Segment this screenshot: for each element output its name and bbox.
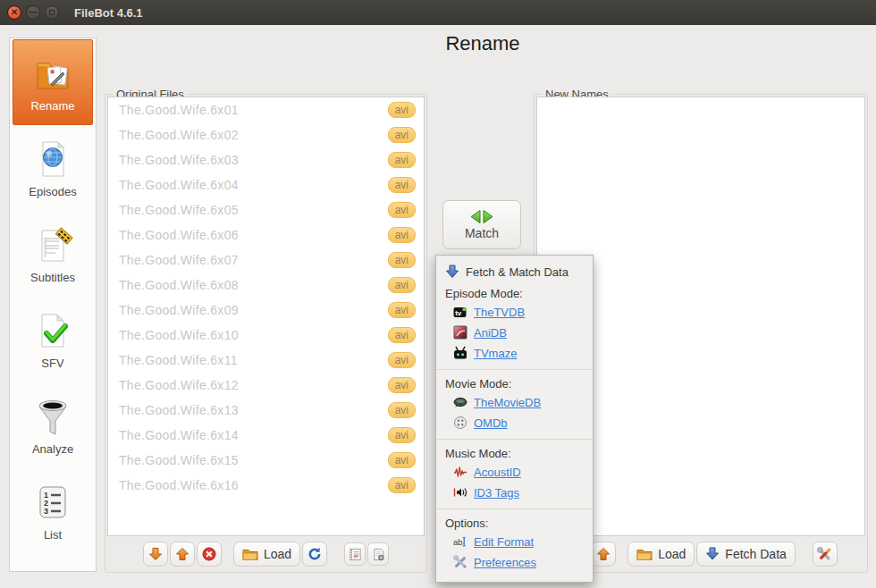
sidebar-item-subtitles[interactable]: Subtitles (13, 211, 93, 297)
acoustid-link[interactable]: AcoustID (474, 466, 521, 479)
sidebar-item-episodes[interactable]: Episodes (13, 125, 93, 211)
move-up-button[interactable] (170, 542, 195, 567)
validate-button[interactable] (367, 542, 389, 566)
file-extension-badge: avi (388, 202, 416, 218)
omdb-icon (453, 416, 467, 430)
file-row[interactable]: The.Good.Wife.6x16avi (108, 473, 424, 498)
original-files-toolbar: Load (105, 536, 426, 572)
file-row[interactable]: The.Good.Wife.6x04avi (108, 172, 424, 197)
document-gear-icon (372, 548, 385, 561)
load-files-button[interactable]: Load (233, 542, 300, 567)
menu-item-edit-format[interactable]: ab Edit Format (436, 532, 593, 552)
move-down-button[interactable] (143, 542, 168, 567)
id3-speaker-icon (453, 485, 467, 500)
notebook-icon (349, 548, 362, 561)
edit-format-link[interactable]: Edit Format (474, 535, 534, 549)
file-row[interactable]: The.Good.Wife.6x09avi (108, 298, 424, 323)
file-row[interactable]: The.Good.Wife.6x02avi (108, 122, 424, 147)
sidebar-item-list[interactable]: 1 2 3 List (13, 468, 93, 554)
tools-icon (817, 547, 832, 562)
sidebar: Rename Episodes Subtitles (9, 38, 97, 572)
file-row[interactable]: The.Good.Wife.6x11avi (108, 348, 424, 373)
file-row[interactable]: The.Good.Wife.6x10avi (108, 323, 424, 348)
acoustid-waveform-icon (453, 465, 467, 479)
remove-cross-icon (202, 547, 216, 561)
file-name: The.Good.Wife.6x11 (119, 353, 388, 367)
file-row[interactable]: The.Good.Wife.6x07avi (108, 248, 424, 273)
sfv-checkmark-icon (31, 309, 74, 352)
file-row[interactable]: The.Good.Wife.6x15avi (108, 448, 424, 473)
file-row[interactable]: The.Good.Wife.6x05avi (108, 197, 424, 223)
menu-item-tvmaze[interactable]: TVmaze (436, 343, 593, 364)
sidebar-item-analyze[interactable]: Analyze (13, 382, 93, 468)
fetch-data-button[interactable]: Fetch Data (696, 542, 795, 567)
load-names-label: Load (658, 547, 686, 561)
file-row[interactable]: The.Good.Wife.6x06avi (108, 223, 424, 248)
sidebar-item-label: Episodes (29, 185, 76, 198)
file-row[interactable]: The.Good.Wife.6x01avi (108, 97, 424, 122)
analyze-funnel-icon (31, 395, 74, 438)
menu-item-id3-tags[interactable]: ID3 Tags (436, 483, 593, 503)
file-name: The.Good.Wife.6x04 (119, 178, 388, 192)
refresh-button[interactable] (302, 542, 327, 567)
file-name: The.Good.Wife.6x08 (119, 278, 388, 292)
maximize-icon (49, 10, 55, 15)
sidebar-item-label: SFV (41, 357, 63, 370)
fetch-data-label: Fetch Data (725, 547, 786, 561)
window-close-button[interactable]: ✕ (7, 5, 21, 20)
menu-separator (437, 369, 592, 370)
anidb-link[interactable]: AniDB (474, 326, 507, 340)
menu-item-acoustid[interactable]: AcoustID (436, 462, 593, 483)
sidebar-item-label: Subtitles (30, 271, 75, 284)
file-extension-badge: avi (388, 377, 416, 393)
titlebar: ✕ — FileBot 4.6.1 (0, 0, 876, 25)
id3-tags-link[interactable]: ID3 Tags (474, 486, 519, 500)
menu-item-themoviedb[interactable]: TheMovieDB (436, 392, 593, 413)
arrow-up-icon (596, 547, 611, 561)
file-row[interactable]: The.Good.Wife.6x08avi (108, 273, 424, 298)
file-name: The.Good.Wife.6x02 (119, 128, 388, 142)
file-row[interactable]: The.Good.Wife.6x03avi (108, 147, 424, 172)
omdb-link[interactable]: OMDb (474, 416, 508, 430)
menu-separator (437, 439, 592, 440)
file-extension-badge: avi (388, 227, 416, 243)
arrow-up-icon (175, 547, 190, 561)
file-name: The.Good.Wife.6x03 (119, 153, 388, 167)
file-row[interactable]: The.Good.Wife.6x12avi (108, 373, 424, 398)
file-row[interactable]: The.Good.Wife.6x13avi (108, 398, 424, 423)
move-up-button[interactable] (591, 542, 616, 567)
match-button[interactable]: Match (442, 200, 521, 249)
file-row[interactable]: The.Good.Wife.6x14avi (108, 423, 424, 448)
file-extension-badge: avi (388, 302, 416, 318)
sidebar-item-rename[interactable]: Rename (13, 39, 93, 125)
menu-item-omdb[interactable]: OMDb (436, 413, 593, 433)
window-minimize-button[interactable]: — (26, 5, 40, 20)
file-extension-badge: avi (388, 402, 416, 418)
menu-section-music-mode: Music Mode: (436, 443, 593, 462)
file-extension-badge: avi (388, 152, 416, 168)
settings-tools-button[interactable] (813, 542, 838, 567)
file-extension-badge: avi (388, 277, 416, 293)
window-maximize-button[interactable] (45, 5, 59, 20)
load-files-label: Load (264, 547, 291, 561)
menu-item-preferences[interactable]: Preferences (436, 552, 593, 573)
menu-separator (437, 508, 592, 509)
remove-button[interactable] (197, 542, 222, 567)
file-name: The.Good.Wife.6x15 (119, 453, 388, 467)
history-button[interactable] (344, 542, 366, 566)
preferences-link[interactable]: Preferences (474, 556, 536, 569)
menu-section-episode-mode: Episode Mode: (436, 283, 593, 302)
sidebar-item-sfv[interactable]: SFV (13, 297, 93, 382)
themoviedb-link[interactable]: TheMovieDB (474, 396, 541, 409)
thetvdb-link[interactable]: TheTVDB (474, 306, 525, 319)
file-name: The.Good.Wife.6x01 (119, 103, 388, 117)
load-names-button[interactable]: Load (628, 542, 695, 567)
menu-item-thetvdb[interactable]: tv TheTVDB (436, 302, 593, 323)
svg-text:3: 3 (44, 507, 48, 516)
file-name: The.Good.Wife.6x13 (119, 403, 388, 417)
menu-item-anidb[interactable]: AniDB (436, 323, 593, 343)
window-title: FileBot 4.6.1 (74, 6, 143, 20)
tvmaze-link[interactable]: TVmaze (474, 347, 517, 360)
original-files-list[interactable]: The.Good.Wife.6x01aviThe.Good.Wife.6x02a… (107, 97, 425, 536)
menu-header: Fetch & Match Data (436, 262, 593, 283)
